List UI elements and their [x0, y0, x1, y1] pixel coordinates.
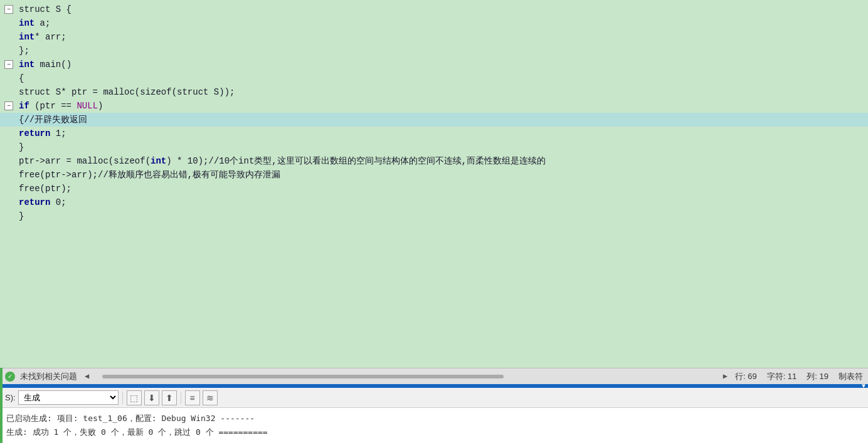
code-line: {	[0, 71, 868, 85]
code-token-normal: {	[19, 73, 24, 83]
toolbar-btn-5[interactable]: ≋	[203, 390, 218, 405]
code-token-kw: int	[19, 18, 34, 28]
code-token-normal: free(ptr->arr);//释放顺序也容易出错,极有可能导致内存泄漏	[19, 170, 280, 180]
code-line: −struct S {	[0, 3, 868, 16]
code-token-kw: return	[19, 197, 50, 207]
collapse-button[interactable]: −	[4, 60, 13, 69]
code-token-normal: {//开辟失败返回	[19, 115, 87, 125]
toolbar-btn-3[interactable]: ⬆	[162, 390, 177, 405]
code-text: free(ptr->arr);//释放顺序也容易出错,极有可能导致内存泄漏	[19, 169, 868, 180]
char-info: 字符: 11	[767, 371, 797, 382]
code-token-normal: struct S {	[19, 4, 71, 14]
code-token-normal: * arr;	[34, 32, 66, 42]
status-bar: ✓ 未找到相关问题 ◀ ▶ 行: 69 字符: 11 列: 19 制表符	[0, 368, 868, 384]
output-line: 已启动生成: 项目: test_1_06，配置: Debug Win32 ---…	[6, 412, 862, 425]
output-toolbar: S): 生成 ⬚ ⬇ ⬆ ≡ ≋	[0, 388, 868, 408]
code-content: −struct S { int a; int* arr;};−int main(…	[0, 0, 868, 368]
code-text: struct S* ptr = malloc(sizeof(struct S))…	[19, 87, 868, 97]
code-line: int* arr;	[0, 30, 868, 44]
code-text: int* arr;	[19, 32, 868, 42]
code-line: free(ptr->arr);//释放顺序也容易出错,极有可能导致内存泄漏	[0, 168, 868, 182]
code-text: };	[19, 46, 868, 56]
line-gutter: −	[0, 60, 19, 69]
code-token-kw: int	[19, 32, 34, 42]
code-token-normal: 0;	[50, 197, 66, 207]
status-ok-icon: ✓	[5, 372, 15, 382]
output-dropdown[interactable]: 生成	[18, 390, 119, 405]
code-line: return 0;	[0, 195, 868, 209]
toolbar-btn-1[interactable]: ⬚	[127, 390, 142, 405]
code-token-normal: };	[19, 46, 29, 56]
code-text: if (ptr == NULL)	[19, 101, 868, 111]
code-line: free(ptr);	[0, 182, 868, 195]
code-token-kw: int	[151, 156, 166, 166]
code-line: −int main()	[0, 58, 868, 71]
output-panel: S): 生成 ⬚ ⬇ ⬆ ≡ ≋ 已启动生成: 项目: test_1_06，配置…	[0, 388, 868, 443]
code-token-normal: a;	[34, 18, 50, 28]
status-right-info: 行: 69 字符: 11 列: 19 制表符	[735, 371, 863, 382]
toolbar-separator-2	[181, 392, 181, 404]
code-token-normal: )	[98, 101, 103, 111]
code-line: }	[0, 209, 868, 223]
collapse-button[interactable]: −	[4, 102, 13, 110]
code-token-normal: }	[19, 142, 24, 152]
code-line: ptr->arr = malloc(sizeof(int) * 10);//10…	[0, 154, 868, 168]
row-info: 行: 69	[735, 371, 757, 382]
code-line: }	[0, 140, 868, 154]
code-token-val: NULL	[77, 101, 98, 111]
code-token-normal: 1;	[50, 128, 66, 138]
code-token-normal: }	[19, 211, 24, 221]
toolbar-separator	[122, 392, 123, 404]
line-gutter: −	[0, 5, 19, 14]
output-line: 生成: 成功 1 个，失败 0 个，最新 0 个，跳过 0 个 ========…	[6, 425, 862, 439]
code-token-normal: free(ptr);	[19, 184, 71, 194]
status-message: 未找到相关问题	[20, 371, 77, 382]
code-line: return 1;	[0, 127, 868, 140]
code-text: }	[19, 142, 868, 152]
code-token-kw: int	[19, 60, 34, 70]
code-token-normal: main()	[34, 60, 71, 70]
code-token-kw: if	[19, 101, 29, 111]
line-gutter: −	[0, 102, 19, 110]
scroll-left-arrow[interactable]: ◀	[82, 372, 92, 381]
code-text: {	[19, 73, 868, 83]
code-text: int main()	[19, 60, 868, 70]
code-token-normal: ) * 10);//10个int类型,这里可以看出数组的空间与结构体的空间不连续…	[166, 156, 546, 166]
tab-info: 制表符	[839, 371, 863, 382]
collapse-button[interactable]: −	[4, 5, 13, 14]
code-text: }	[19, 211, 868, 221]
code-line: int a;	[0, 16, 868, 30]
toolbar-btn-2[interactable]: ⬇	[144, 390, 159, 405]
code-text: ptr->arr = malloc(sizeof(int) * 10);//10…	[19, 155, 868, 167]
output-label: S):	[5, 393, 16, 402]
code-text: {//开辟失败返回	[19, 114, 868, 125]
output-content: 已启动生成: 项目: test_1_06，配置: Debug Win32 ---…	[0, 408, 868, 443]
code-line: − if (ptr == NULL)	[0, 99, 868, 113]
code-text: int a;	[19, 18, 868, 28]
scrollbar-thumb[interactable]	[102, 375, 504, 378]
code-token-normal: (ptr ==	[29, 101, 77, 111]
code-token-normal: ptr->arr = malloc(sizeof(	[19, 156, 151, 166]
scroll-right-arrow[interactable]: ▶	[721, 372, 730, 381]
col-info: 列: 19	[807, 371, 828, 382]
code-token-normal: struct S* ptr = malloc(sizeof(struct S))…	[19, 87, 235, 97]
code-text: struct S {	[19, 4, 868, 14]
code-text: free(ptr);	[19, 184, 868, 194]
code-token-kw: return	[19, 128, 50, 138]
code-line: };	[0, 44, 868, 58]
code-line: struct S* ptr = malloc(sizeof(struct S))…	[0, 85, 868, 99]
horizontal-scrollbar[interactable]	[99, 374, 712, 379]
code-line: {//开辟失败返回	[0, 113, 868, 127]
code-text: return 1;	[19, 128, 868, 138]
code-editor: −struct S { int a; int* arr;};−int main(…	[0, 0, 868, 368]
code-text: return 0;	[19, 197, 868, 207]
toolbar-btn-4[interactable]: ≡	[185, 390, 200, 405]
